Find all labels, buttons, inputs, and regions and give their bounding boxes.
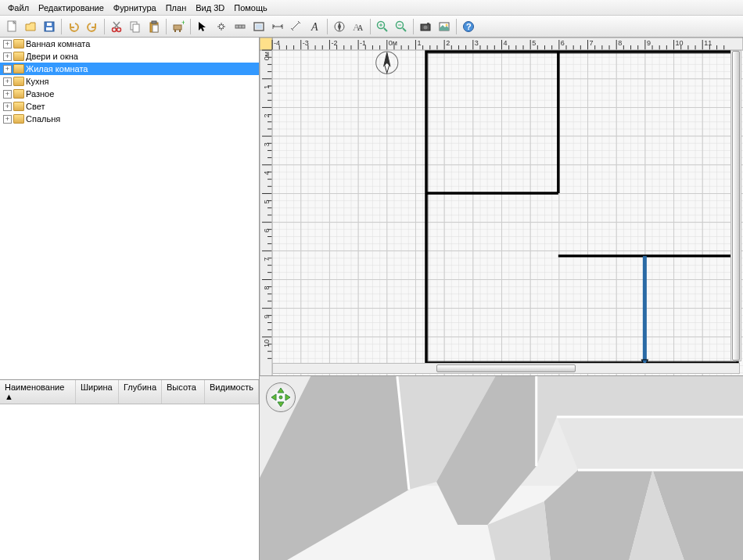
add-furniture-icon[interactable]: + [170,18,187,35]
toolbar-separator [166,19,167,34]
svg-rect-12 [174,30,176,32]
menu-furniture[interactable]: Фурнитура [109,2,161,14]
new-file-icon[interactable] [3,18,20,35]
plan-scrollbar-vertical[interactable] [730,50,741,361]
svg-text:10: 10 [676,39,684,47]
svg-text:0м: 0м [389,39,397,47]
tree-item[interactable]: +Жилая комната [0,63,259,75]
tree-label: Ванная комната [26,39,90,48]
tree-label: Спальня [26,114,60,124]
svg-line-26 [384,28,387,31]
toolbar-separator [104,19,105,34]
expand-icon[interactable]: + [3,102,12,111]
folder-icon [13,39,24,48]
tree-item[interactable]: +Двери и окна [0,50,259,63]
toolbar-separator [190,19,191,34]
svg-rect-13 [179,30,181,32]
col-width[interactable]: Ширина [76,380,119,404]
svg-text:3: 3 [263,142,271,146]
col-visibility[interactable]: Видимость [205,380,259,404]
col-name[interactable]: Наименование ▲ [0,380,76,404]
room-icon[interactable] [250,18,267,35]
compass-icon[interactable] [331,18,348,35]
svg-rect-16 [235,25,245,28]
scrollbar-thumb[interactable] [436,364,576,372]
text-icon[interactable]: A [307,18,324,35]
toolbar-separator [327,19,328,34]
scrollbar-thumb[interactable] [732,51,740,361]
svg-text:A: A [310,21,318,33]
text-style-icon[interactable]: AA [350,18,367,35]
wall-icon[interactable] [232,18,249,35]
svg-rect-3 [47,23,52,26]
expand-icon[interactable]: + [3,40,12,48]
plan-scrollbar-horizontal[interactable] [272,363,740,374]
expand-icon[interactable]: + [3,52,12,61]
expand-icon[interactable]: + [3,115,12,124]
tree-label: Свет [26,102,45,111]
plan-canvas[interactable]: -4-3-2-10м1234567891011 0м12345678910 [260,38,743,376]
open-icon[interactable] [22,18,39,35]
menu-edit[interactable]: Редактирование [34,2,109,14]
menu-help[interactable]: Помощь [229,2,272,14]
camera-icon[interactable] [417,18,434,35]
svg-text:A: A [357,23,364,32]
svg-line-28 [403,28,406,31]
redo-icon[interactable] [84,18,101,35]
tree-item[interactable]: +Свет [0,100,259,113]
svg-rect-11 [174,25,181,30]
tree-item[interactable]: +Ванная комната [0,38,259,50]
svg-text:4: 4 [503,39,507,47]
menu-file[interactable]: Файл [3,2,34,14]
col-height[interactable]: Высота [162,380,205,404]
expand-icon[interactable]: + [3,90,12,99]
paste-icon[interactable] [145,18,163,35]
svg-rect-31 [427,23,429,24]
svg-marker-330 [557,417,743,470]
svg-text:11: 11 [704,39,712,47]
zoom-in-icon[interactable] [374,18,391,35]
cut-icon[interactable] [108,18,125,35]
tree-label: Кухня [26,77,48,86]
photo-icon[interactable] [436,18,453,35]
tree-label: Двери и окна [26,52,78,61]
svg-text:-1: -1 [360,39,366,47]
svg-text:5: 5 [532,39,536,47]
svg-point-4 [113,27,117,31]
tree-item[interactable]: +Спальня [0,113,259,125]
menu-plan[interactable]: План [161,2,192,14]
tree-item[interactable]: +Кухня [0,75,259,88]
furniture-tree[interactable]: +Ванная комната +Двери и окна +Жилая ком… [0,38,259,380]
table-header: Наименование ▲ Ширина Глубина Высота Вид… [0,380,259,404]
menu-view3d[interactable]: Вид 3D [191,2,229,14]
expand-icon[interactable]: + [3,65,12,74]
tree-item[interactable]: +Разное [0,88,259,100]
dimension-icon[interactable] [269,18,286,35]
expand-icon[interactable]: + [3,77,12,86]
undo-icon[interactable] [65,18,82,35]
svg-rect-20 [256,24,262,29]
help-icon[interactable]: ? [460,18,477,35]
folder-icon [13,64,24,74]
menubar: Файл Редактирование Фурнитура План Вид 3… [0,0,743,16]
pointer-icon[interactable] [194,18,211,35]
save-icon[interactable] [41,18,58,35]
svg-text:3: 3 [475,39,479,47]
dimension2-icon[interactable] [288,18,305,35]
copy-icon[interactable] [127,18,144,35]
toolbar-separator [413,19,414,34]
folder-icon [13,89,24,99]
svg-text:10: 10 [263,339,271,347]
furniture-table: Наименование ▲ Ширина Глубина Высота Вид… [0,380,259,560]
svg-point-33 [446,23,448,26]
col-depth[interactable]: Глубина [119,380,162,404]
plan-view[interactable]: -4-3-2-10м1234567891011 0м12345678910 [260,38,743,376]
3d-view[interactable] [260,376,743,560]
zoom-out-icon[interactable] [393,18,410,35]
3d-canvas[interactable] [260,376,743,560]
pan-icon[interactable] [213,18,230,35]
svg-text:5: 5 [263,199,271,203]
svg-text:0м: 0м [263,52,271,60]
svg-text:+: + [181,20,185,27]
3d-nav-control[interactable] [266,382,296,412]
